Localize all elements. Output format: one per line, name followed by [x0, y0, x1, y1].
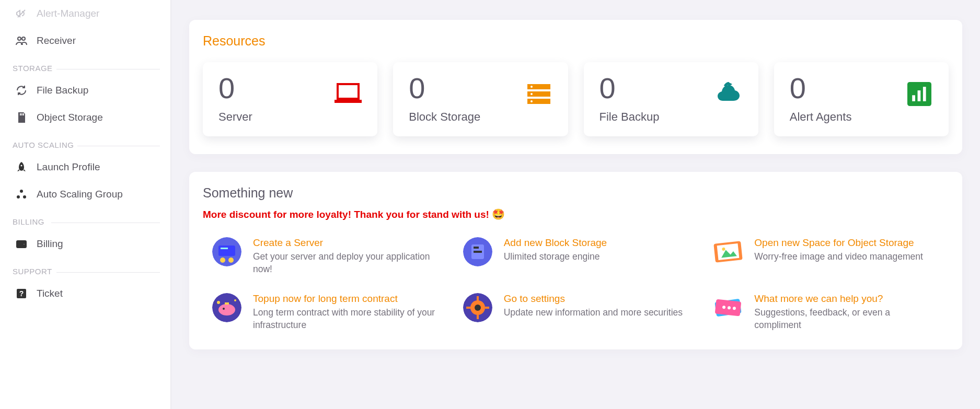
sidebar-item-label: Ticket	[37, 288, 63, 299]
quick-link-title[interactable]: Add new Block Storage	[504, 237, 607, 249]
resources-panel: Resources 0 Server 0 Block Storage	[189, 20, 962, 154]
sidebar-section-storage: STORAGE	[0, 54, 170, 77]
svg-rect-28	[218, 246, 235, 256]
svg-point-9	[23, 195, 26, 198]
sidebar-section-billing: BILLING	[0, 208, 170, 230]
resource-card-block-storage[interactable]: 0 Block Storage	[393, 62, 568, 136]
svg-text:?: ?	[19, 289, 24, 298]
quick-link-desc: Worry-free image and video management	[754, 251, 923, 263]
sidebar-item-label: Receiver	[37, 35, 76, 46]
sidebar-item-label: File Backup	[37, 85, 88, 96]
quick-links-grid: Create a Server Get your server and depl…	[203, 237, 949, 332]
resource-label: Block Storage	[409, 110, 552, 124]
rocket-icon	[15, 160, 28, 174]
sidebar-item-object-storage[interactable]: Object Storage	[0, 104, 170, 131]
resource-card-server[interactable]: 0 Server	[203, 62, 377, 136]
quick-link-title[interactable]: Topup now for long term contract	[253, 293, 438, 305]
svg-rect-51	[466, 307, 470, 309]
svg-rect-14	[338, 84, 359, 99]
users-icon	[15, 34, 28, 48]
server-thumb-icon	[212, 237, 241, 266]
megaphone-off-icon	[15, 7, 28, 20]
resource-card-alert-agents[interactable]: 0 Alert Agents	[774, 62, 949, 136]
quick-link-help: What more we can help you? Suggestions, …	[713, 293, 939, 331]
quick-link-desc: Get your server and deploy your applicat…	[253, 251, 438, 275]
quick-link-object-storage: Open new Space for Object Storage Worry-…	[713, 237, 939, 275]
svg-rect-37	[717, 243, 740, 260]
cloud-restore-icon	[716, 82, 743, 106]
svg-rect-35	[474, 251, 482, 253]
block-storage-thumb-icon	[463, 237, 492, 266]
sidebar-item-billing[interactable]: Billing	[0, 230, 170, 258]
svg-point-7	[20, 190, 23, 193]
notice-text: More discount for more loyalty! Thank yo…	[203, 209, 492, 220]
sidebar-item-ticket[interactable]: ? Ticket	[0, 280, 170, 307]
svg-point-48	[475, 305, 481, 311]
quick-link-title[interactable]: Go to settings	[504, 293, 683, 305]
svg-point-42	[223, 308, 225, 310]
svg-rect-24	[912, 95, 915, 101]
picture-thumb-icon	[713, 237, 743, 266]
resource-label: File Backup	[599, 110, 743, 124]
svg-point-1	[18, 37, 21, 40]
laptop-icon	[335, 82, 362, 106]
svg-rect-26	[923, 87, 926, 101]
svg-rect-43	[225, 302, 229, 305]
sidebar-item-label: Alert-Manager	[37, 8, 99, 19]
quick-link-topup: Topup now for long term contract Long te…	[212, 293, 438, 331]
sidebar-item-alert-manager: Alert-Manager	[0, 0, 170, 27]
main-content: Resources 0 Server 0 Block Storage	[171, 0, 980, 409]
ticket-thumb-icon	[713, 293, 743, 322]
quick-link-desc: Update new information and more securiti…	[504, 307, 683, 319]
resource-label: Alert Agents	[790, 110, 933, 124]
sd-card-icon	[15, 111, 28, 124]
sidebar: Alert-Manager Receiver STORAGE File Back…	[0, 0, 171, 409]
nodes-icon	[15, 188, 28, 201]
svg-point-19	[531, 93, 533, 95]
quick-link-desc: Ulimited storage engine	[504, 251, 607, 263]
piggy-bank-thumb-icon	[212, 293, 241, 322]
quick-link-title[interactable]: What more we can help you?	[754, 293, 939, 305]
backup-sync-icon	[15, 84, 28, 97]
quick-link-create-server: Create a Server Get your server and depl…	[212, 237, 438, 275]
loyalty-notice: More discount for more loyalty! Thank yo…	[203, 208, 949, 220]
svg-rect-34	[474, 247, 479, 249]
help-square-icon: ?	[15, 287, 28, 300]
quick-link-add-block-storage: Add new Block Storage Ulimited storage e…	[463, 237, 689, 275]
resources-title: Resources	[203, 33, 949, 49]
svg-rect-15	[335, 100, 362, 103]
resource-cards-row: 0 Server 0 Block Storage	[203, 62, 949, 136]
quick-link-desc: Long term contract with more stability o…	[253, 307, 438, 331]
sidebar-item-receiver[interactable]: Receiver	[0, 27, 170, 54]
something-new-panel: Something new More discount for more loy…	[189, 172, 962, 349]
quick-link-settings: Go to settings Update new information an…	[463, 293, 689, 331]
quick-link-title[interactable]: Create a Server	[253, 237, 438, 249]
quick-link-desc: Suggestions, feedback, or even a complim…	[754, 307, 939, 331]
svg-rect-49	[477, 296, 479, 300]
sidebar-item-file-backup[interactable]: File Backup	[0, 77, 170, 104]
resource-label: Server	[218, 110, 362, 124]
sidebar-item-label: Auto Scaling Group	[37, 189, 123, 200]
sidebar-item-auto-scaling-group[interactable]: Auto Scaling Group	[0, 181, 170, 208]
something-new-title: Something new	[203, 185, 949, 201]
svg-point-44	[217, 301, 220, 304]
svg-point-41	[218, 304, 235, 315]
sidebar-section-auto-scaling: AUTO SCALING	[0, 131, 170, 154]
star-eyes-emoji-icon: 🤩	[492, 208, 505, 220]
sidebar-item-label: Launch Profile	[37, 161, 100, 173]
svg-rect-50	[477, 315, 479, 319]
resource-card-file-backup[interactable]: 0 File Backup	[584, 62, 758, 136]
svg-point-8	[17, 195, 20, 198]
gear-thumb-icon	[463, 293, 492, 322]
svg-rect-52	[485, 307, 489, 309]
storage-stack-icon	[525, 82, 552, 106]
svg-point-2	[22, 37, 25, 40]
sidebar-item-launch-profile[interactable]: Launch Profile	[0, 154, 170, 181]
quick-link-title[interactable]: Open new Space for Object Storage	[754, 237, 923, 249]
svg-point-17	[531, 86, 533, 88]
sidebar-item-label: Billing	[37, 238, 63, 250]
svg-rect-3	[20, 113, 21, 115]
sidebar-item-label: Object Storage	[37, 112, 103, 123]
svg-point-6	[21, 165, 22, 167]
bar-chart-icon	[906, 82, 933, 106]
